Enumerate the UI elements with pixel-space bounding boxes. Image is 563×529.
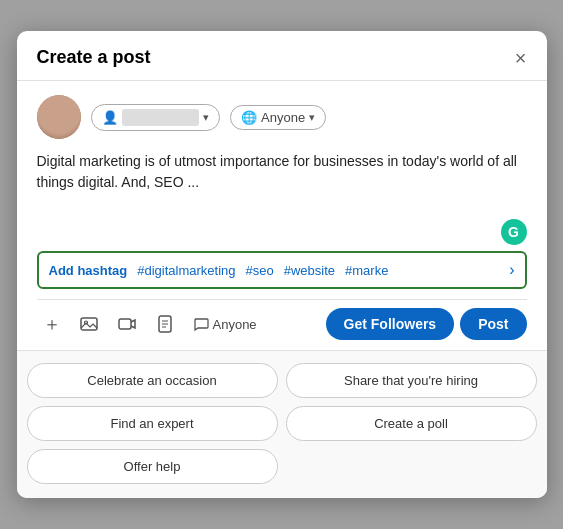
create-poll-button[interactable]: Create a poll bbox=[286, 406, 537, 441]
user-row: 👤 ▾ 🌐 Anyone ▾ bbox=[37, 95, 527, 139]
modal-body: 👤 ▾ 🌐 Anyone ▾ Digital marketing is of u… bbox=[17, 81, 547, 350]
svg-rect-0 bbox=[81, 318, 97, 330]
video-button[interactable] bbox=[111, 310, 143, 338]
post-button[interactable]: Post bbox=[460, 308, 526, 340]
create-post-modal: Create a post × 👤 ▾ 🌐 Anyone ▾ Digital m… bbox=[17, 31, 547, 498]
toolbar-row: ＋ bbox=[37, 299, 527, 350]
anyone-label: Anyone bbox=[213, 317, 257, 332]
offer-help-button[interactable]: Offer help bbox=[27, 449, 278, 484]
modal-header: Create a post × bbox=[17, 31, 547, 81]
celebrate-occasion-button[interactable]: Celebrate an occasion bbox=[27, 363, 278, 398]
chevron-down-icon: ▾ bbox=[203, 111, 209, 124]
quick-actions-panel: Celebrate an occasion Share that you're … bbox=[17, 350, 547, 498]
globe-icon: 🌐 bbox=[241, 110, 257, 125]
audience-pill[interactable]: 🌐 Anyone ▾ bbox=[230, 105, 326, 130]
modal-title: Create a post bbox=[37, 47, 151, 68]
user-name-pill[interactable]: 👤 ▾ bbox=[91, 104, 221, 131]
svg-rect-2 bbox=[119, 319, 131, 329]
audience-label: Anyone bbox=[261, 110, 305, 125]
find-expert-button[interactable]: Find an expert bbox=[27, 406, 278, 441]
chevron-down-icon-audience: ▾ bbox=[309, 111, 315, 124]
avatar bbox=[37, 95, 81, 139]
get-followers-button[interactable]: Get Followers bbox=[326, 308, 455, 340]
hashtag-website[interactable]: #website bbox=[284, 263, 335, 278]
hashtag-seo[interactable]: #seo bbox=[246, 263, 274, 278]
avatar-image bbox=[37, 95, 81, 139]
share-hiring-button[interactable]: Share that you're hiring bbox=[286, 363, 537, 398]
hashtag-digitalmarketing[interactable]: #digitalmarketing bbox=[137, 263, 235, 278]
hashtag-row: Add hashtag #digitalmarketing #seo #webs… bbox=[37, 251, 527, 289]
post-text-content[interactable]: Digital marketing is of utmost importanc… bbox=[37, 151, 527, 211]
comment-audience-button[interactable]: Anyone bbox=[187, 312, 263, 336]
grammarly-icon[interactable]: G bbox=[501, 219, 527, 245]
add-media-button[interactable]: ＋ bbox=[37, 308, 67, 340]
hashtag-marke[interactable]: #marke bbox=[345, 263, 388, 278]
user-name-blurred bbox=[122, 109, 200, 126]
hashtag-chevron-right-icon[interactable]: › bbox=[509, 261, 514, 279]
grammarly-row: G bbox=[37, 219, 527, 245]
document-button[interactable] bbox=[149, 310, 181, 338]
add-hashtag-button[interactable]: Add hashtag bbox=[49, 263, 128, 278]
person-icon: 👤 bbox=[102, 110, 118, 125]
close-button[interactable]: × bbox=[515, 48, 527, 68]
image-button[interactable] bbox=[73, 310, 105, 338]
